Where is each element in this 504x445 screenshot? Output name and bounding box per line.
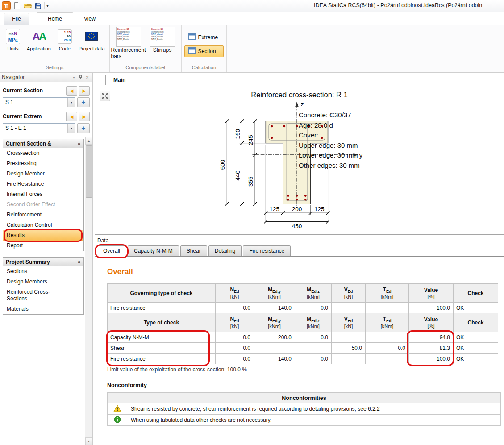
column-header-ted: TEd[kNm] <box>366 284 409 303</box>
column-header-medy: MEd,y[kNm] <box>254 284 295 303</box>
column-header-medz: MEd,z[kNm] <box>295 284 332 303</box>
add-extreme-button[interactable]: + <box>77 123 90 133</box>
scrollbar-down-button[interactable]: ▼ <box>85 437 92 445</box>
scrollbar-thumb[interactable] <box>86 145 92 198</box>
chevron-down-icon[interactable]: ▼ <box>67 98 75 107</box>
data-panel: Data Overall Capacity N-M-M Shear Detail… <box>95 237 504 445</box>
sidebar-item-internal-forces[interactable]: Internal Forces <box>3 189 83 200</box>
ribbon: mkN MPa Units AA Application 1.45 90 25. <box>0 25 504 73</box>
sidebar-item-fire-resistance[interactable]: Fire Resistance <box>3 179 83 189</box>
units-button[interactable]: mkN MPa Units <box>3 27 23 64</box>
current-section-group: Current Section & « Cross-section Prestr… <box>3 139 84 251</box>
qat-dropdown-icon[interactable]: ▼ <box>44 2 50 9</box>
tab-overall[interactable]: Overall <box>97 245 126 257</box>
eu-flag-icon <box>85 32 98 42</box>
pin-icon[interactable] <box>77 75 84 80</box>
info-upper-edge: Upper edge: 30 mm <box>299 141 360 151</box>
sidebar-item-calculation-control[interactable]: Calculation Control <box>3 220 83 230</box>
main-tabstrip: Main <box>95 73 504 85</box>
stirrups-button[interactable]: Concrete: C3 Reinforcemen 2Ø16, elevati … <box>146 27 179 64</box>
expand-view-button[interactable] <box>100 91 110 101</box>
section-table-icon <box>188 47 196 55</box>
sidebar-item-materials[interactable]: Materials <box>3 304 83 314</box>
sidebar-item-results[interactable]: Results <box>3 230 83 241</box>
sidebar-item-cross-section[interactable]: Cross-section <box>3 148 83 158</box>
extreme-table-icon <box>188 33 196 41</box>
scrollbar-up-button[interactable]: ▲ <box>85 137 92 145</box>
sidebar-item-second-order-effect: Second Order Effect <box>3 200 83 210</box>
app-logo-icon[interactable] <box>1 1 11 11</box>
application-button[interactable]: AA Application <box>25 27 53 64</box>
table-row-shear: Shear 0.0 50.0 0.0 81.3 OK <box>108 343 498 354</box>
tab-detailing[interactable]: Detailing <box>208 245 242 256</box>
column-header-ned: NEd[kN] <box>216 313 254 332</box>
table-row-fire: Fire resistance 0.0 140.0 0.0 100.0 OK <box>108 354 498 364</box>
code-button[interactable]: 1.45 90 25.8 Code <box>54 27 75 64</box>
next-extreme-button[interactable]: ▶ <box>79 112 90 121</box>
ribbon-group-settings: mkN MPa Units AA Application 1.45 90 25. <box>0 25 110 72</box>
sidebar-item-reinforcement[interactable]: Reinforcement <box>3 210 83 220</box>
current-section-select[interactable]: S 1 ▼ <box>3 97 75 107</box>
sidebar-item-report[interactable]: Report <box>3 241 83 251</box>
open-folder-icon[interactable] <box>23 1 32 11</box>
section-button[interactable]: Section <box>184 45 224 57</box>
project-data-button[interactable]: Project data <box>77 27 107 64</box>
axis-y-label: y <box>359 152 362 159</box>
info-cover: Cover: <box>299 130 360 141</box>
previous-extreme-button[interactable]: ◀ <box>66 112 77 121</box>
reinforcement-bars-button[interactable]: Concrete: C3 Reinforcemen 2Ø16, elevati … <box>112 27 145 64</box>
reinforcement-bars-preview-icon: Concrete: C3 Reinforcemen 2Ø16, elevati … <box>116 27 141 47</box>
next-section-button[interactable]: ▶ <box>79 86 90 96</box>
section-info: Concrete: C30/37 Age: 28.0 d Cover: Uppe… <box>299 110 360 171</box>
chevron-down-icon[interactable]: ▼ <box>67 124 75 133</box>
project-summary-group-header[interactable]: Project Summary « <box>3 257 84 266</box>
sidebar-item-design-members[interactable]: Design Members <box>3 277 83 287</box>
column-header-value: Value[%] <box>409 313 454 332</box>
column-header-ved: VEd[kN] <box>332 313 366 332</box>
sidebar-item-sections[interactable]: Sections <box>3 266 83 277</box>
sidebar-item-reinforced-cross-sections[interactable]: Reinforced Cross-Sections <box>3 287 70 304</box>
quick-access-toolbar: ▼ <box>0 1 50 11</box>
extreme-button[interactable]: Extreme <box>184 31 224 43</box>
dim-125-left-label: 125 <box>269 206 279 212</box>
column-header-type: Type of check <box>108 313 216 332</box>
ribbon-group-calculation: Extreme Section Calculation <box>182 25 227 72</box>
tab-fire-resistance[interactable]: Fire resistance <box>243 245 291 256</box>
navigator-menu-icon[interactable]: ▼ <box>71 76 77 79</box>
close-icon[interactable]: × <box>84 75 91 80</box>
data-tabstrip: Overall Capacity N-M-M Shear Detailing F… <box>95 245 504 257</box>
stirrups-preview-icon: Concrete: C3 Reinforcemen 2Ø16, elevati … <box>150 27 175 47</box>
current-section-label: Current Section <box>3 87 65 94</box>
units-icon: mkN MPa <box>6 29 20 44</box>
tab-capacity-nmm[interactable]: Capacity N-M-M <box>128 245 179 256</box>
tab-shear[interactable]: Shear <box>180 245 207 256</box>
new-document-icon[interactable] <box>12 1 21 11</box>
sidebar-item-prestressing[interactable]: Prestressing <box>3 158 83 169</box>
save-icon[interactable] <box>33 1 43 11</box>
sidebar-item-design-member[interactable]: Design Member <box>3 169 83 179</box>
column-header-ted: TEd[kNm] <box>366 313 409 332</box>
current-extreme-label: Current Extrem <box>3 113 65 120</box>
tab-main[interactable]: Main <box>105 75 133 85</box>
nonconformity-row: Shear is resisted by concrete, shear rei… <box>108 403 501 415</box>
add-section-button[interactable]: + <box>77 97 90 107</box>
nonconformities-table: Nonconformities Shear is resisted by con… <box>107 392 501 426</box>
tab-home[interactable]: Home <box>37 12 73 25</box>
column-header-check: Check <box>454 284 498 303</box>
tab-view[interactable]: View <box>73 13 106 25</box>
column-header-governing: Governing type of check <box>108 284 216 303</box>
column-header-medz: MEd,z[kNm] <box>295 313 332 332</box>
table-row: Fire resistance 0.0 140.0 0.0 100.0 OK <box>108 303 498 313</box>
current-extreme-select[interactable]: S 1 - E 1 ▼ <box>3 123 75 133</box>
previous-section-button[interactable]: ◀ <box>66 86 77 96</box>
table-row-capacity: Capacity N-M-M 0.0 200.0 0.0 94.8 OK <box>108 332 498 343</box>
collapse-chevron-icon: « <box>77 260 82 263</box>
current-section-group-header[interactable]: Current Section & « <box>3 139 84 148</box>
title-bar: ▼ IDEA StatiCa RCS(64bit) - Požární odol… <box>0 0 504 12</box>
page-title: Overall <box>107 267 504 276</box>
type-of-check-table: Type of check NEd[kN] MEd,y[kNm] MEd,z[k… <box>107 313 498 364</box>
window-title: IDEA StatiCa RCS(64bit) - Požární odolno… <box>314 2 504 8</box>
dim-200-label: 200 <box>292 206 302 212</box>
application-icon: AA <box>33 31 46 42</box>
tab-file[interactable]: File <box>4 13 29 25</box>
